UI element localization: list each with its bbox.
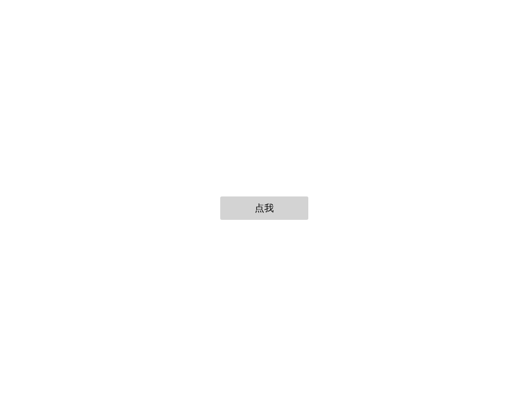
click-me-button[interactable]: 点我 [220,196,308,220]
button-label: 点我 [255,202,274,215]
